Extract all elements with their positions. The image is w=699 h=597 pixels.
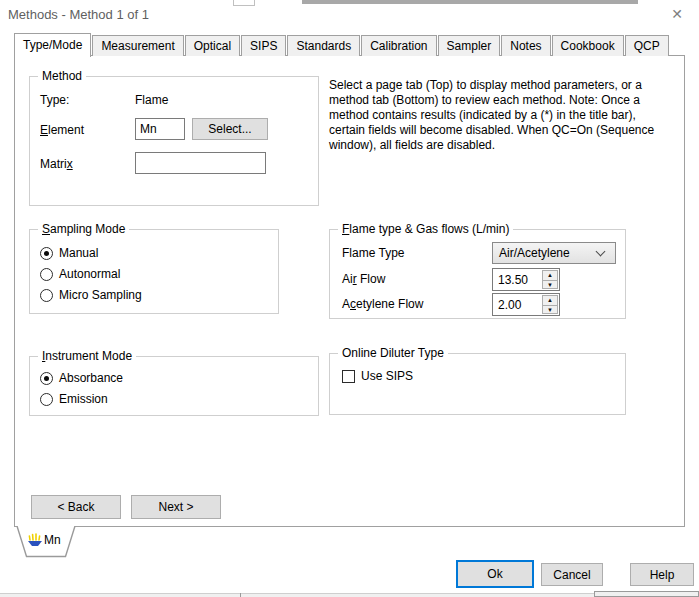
radio-manual-label: Manual	[59, 246, 98, 260]
flame-type-select[interactable]: Air/Acetylene	[492, 242, 616, 264]
flame-type-value: Air/Acetylene	[493, 246, 597, 260]
chevron-down-icon	[596, 246, 606, 256]
next-button[interactable]: Next >	[131, 495, 221, 519]
tab-notes[interactable]: Notes	[501, 35, 550, 56]
back-button[interactable]: < Back	[31, 495, 121, 519]
background-window-notch	[233, 0, 255, 6]
method-group-title: Method	[38, 69, 86, 83]
background-window-box	[594, 591, 699, 597]
type-value: Flame	[135, 93, 168, 107]
online-diluter-title: Online Diluter Type	[338, 346, 448, 360]
select-element-button[interactable]: Select...	[192, 118, 268, 140]
use-sips-label: Use SIPS	[361, 369, 413, 383]
radio-micro-sampling-label: Micro Sampling	[59, 288, 142, 302]
sampling-mode-group: Sampling Mode Manual Autonormal Micro Sa…	[29, 229, 279, 314]
help-button[interactable]: Help	[630, 563, 694, 586]
acetylene-flow-stepper[interactable]: 2.00 ▲ ▼	[492, 293, 560, 316]
spin-down-icon[interactable]: ▼	[543, 281, 557, 290]
method-group: Method Type: Flame Element Select... Mat…	[29, 76, 319, 206]
radio-autonormal-label: Autonormal	[59, 267, 120, 281]
use-sips-checkbox-row[interactable]: Use SIPS	[342, 369, 413, 383]
checkbox-icon[interactable]	[342, 370, 355, 383]
type-mode-page: Method Type: Flame Element Select... Mat…	[14, 55, 685, 527]
acetylene-flow-value: 2.00	[493, 294, 542, 315]
matrix-field[interactable]	[135, 152, 266, 174]
background-window-strip	[302, 0, 638, 4]
flame-gas-flows-group: Flame type & Gas flows (L/min) Flame Typ…	[329, 229, 626, 319]
spin-down-icon[interactable]: ▼	[543, 306, 557, 315]
radio-autonormal[interactable]: Autonormal	[40, 267, 120, 281]
element-label: Element	[40, 123, 84, 137]
spin-up-icon[interactable]: ▲	[543, 271, 557, 281]
acetylene-flow-label: Acetylene Flow	[342, 297, 423, 311]
method-tab-label: Mn	[44, 533, 61, 547]
flame-gas-flows-title: Flame type & Gas flows (L/min)	[338, 222, 513, 236]
online-diluter-group: Online Diluter Type Use SIPS	[329, 353, 626, 415]
tab-cookbook[interactable]: Cookbook	[552, 35, 624, 56]
radio-absorbance[interactable]: Absorbance	[40, 371, 123, 385]
air-flow-stepper[interactable]: 13.50 ▲ ▼	[492, 268, 560, 291]
cancel-button[interactable]: Cancel	[541, 563, 603, 586]
radio-emission[interactable]: Emission	[40, 392, 108, 406]
radio-absorbance-label: Absorbance	[59, 371, 123, 385]
radio-button-icon[interactable]	[40, 372, 53, 385]
radio-manual[interactable]: Manual	[40, 246, 98, 260]
ok-button[interactable]: Ok	[456, 560, 534, 588]
page-tab-bar: Type/Mode Measurement Optical SIPS Stand…	[14, 32, 670, 56]
matrix-label: Matrix	[40, 157, 73, 171]
window-title: Methods - Method 1 of 1	[8, 7, 149, 22]
tab-sampler[interactable]: Sampler	[438, 35, 501, 56]
tab-standards[interactable]: Standards	[287, 35, 360, 56]
radio-button-icon[interactable]	[40, 247, 53, 260]
element-field[interactable]	[135, 118, 185, 140]
radio-button-icon[interactable]	[40, 393, 53, 406]
air-flow-value: 13.50	[493, 269, 542, 290]
air-flow-label: Air Flow	[342, 272, 385, 286]
instrument-mode-group: Instrument Mode Absorbance Emission	[29, 356, 319, 416]
radio-button-icon[interactable]	[40, 268, 53, 281]
flame-icon	[27, 533, 43, 550]
page-help-text: Select a page tab (Top) to display metho…	[329, 78, 665, 153]
radio-micro-sampling[interactable]: Micro Sampling	[40, 288, 142, 302]
background-window-divider	[240, 593, 241, 597]
radio-button-icon[interactable]	[40, 289, 53, 302]
tab-type-mode[interactable]: Type/Mode	[14, 33, 91, 57]
close-icon[interactable]: ✕	[662, 2, 692, 26]
radio-emission-label: Emission	[59, 392, 108, 406]
sampling-mode-title: Sampling Mode	[38, 222, 129, 236]
instrument-mode-title: Instrument Mode	[38, 349, 136, 363]
tab-qcp[interactable]: QCP	[625, 35, 669, 56]
acetylene-flow-spin-buttons[interactable]: ▲ ▼	[542, 295, 558, 314]
tab-measurement[interactable]: Measurement	[92, 35, 183, 56]
tab-sips[interactable]: SIPS	[241, 35, 286, 56]
flame-type-label: Flame Type	[342, 246, 404, 260]
tab-optical[interactable]: Optical	[185, 35, 240, 56]
tab-calibration[interactable]: Calibration	[361, 35, 436, 56]
method-tab-mn[interactable]: Mn	[16, 526, 78, 559]
air-flow-spin-buttons[interactable]: ▲ ▼	[542, 270, 558, 289]
spin-up-icon[interactable]: ▲	[543, 296, 557, 306]
type-label: Type:	[40, 93, 69, 107]
